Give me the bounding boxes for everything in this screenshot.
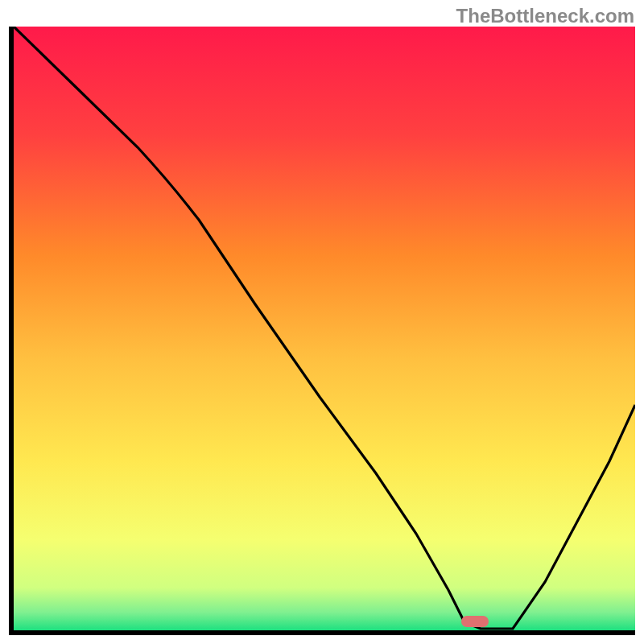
bottleneck-curve: [14, 27, 635, 630]
optimal-marker: [461, 616, 489, 627]
watermark-text: TheBottleneck.com: [456, 5, 634, 27]
chart-plot-area: [9, 27, 635, 635]
